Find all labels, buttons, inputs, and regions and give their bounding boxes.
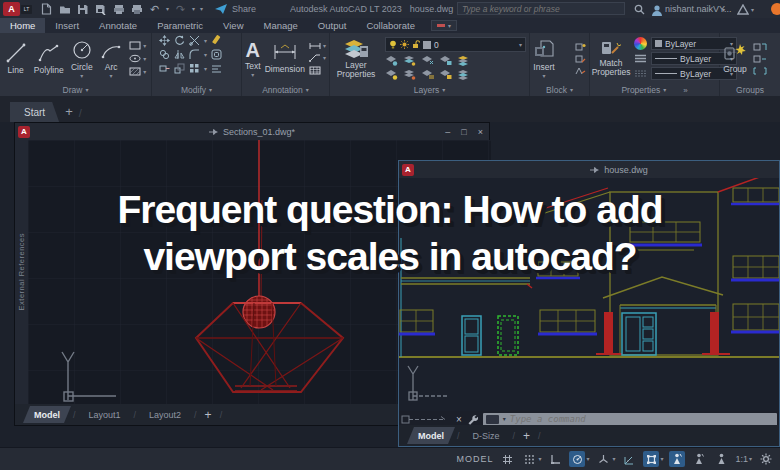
circle-dropdown-icon[interactable]: ▾ (80, 73, 83, 79)
hatch-tool[interactable]: ▾ (129, 67, 146, 76)
save-icon[interactable] (76, 3, 89, 16)
insert-tool[interactable]: Insert ▾ (533, 39, 555, 79)
stretch-tool[interactable] (159, 63, 170, 74)
tab-parametric[interactable]: Parametric (147, 18, 213, 33)
rotate-tool[interactable] (174, 35, 185, 46)
sections-window-titlebar[interactable]: A Sections_01.dwg* – □ × (15, 123, 489, 140)
print-icon[interactable] (130, 3, 143, 16)
customization-gear-icon[interactable] (758, 451, 774, 467)
file-tab-start[interactable]: Start (10, 102, 59, 122)
minimize-button[interactable]: – (445, 127, 450, 137)
quick-access-customize-icon[interactable]: ▾ (200, 6, 203, 12)
layer-unlock-tool[interactable] (439, 69, 452, 80)
annotation-panel-label[interactable]: Annotation▾ (242, 84, 329, 96)
isometric-drafting-toggle[interactable] (595, 451, 611, 467)
object-snap-tracking-toggle[interactable] (621, 451, 637, 467)
group-edit-tool[interactable] (753, 55, 767, 63)
rectangle-tool[interactable]: ▾ (129, 41, 146, 50)
fillet-caret-icon[interactable]: ▾ (204, 52, 207, 58)
ortho-mode-toggle[interactable] (547, 451, 563, 467)
house-window-titlebar[interactable]: A house.dwg (399, 161, 779, 178)
array-tool[interactable] (189, 63, 200, 74)
block-panel-label[interactable]: Block▾ (530, 84, 589, 96)
move-tool[interactable] (159, 35, 170, 46)
trim-caret-icon[interactable]: ▾ (204, 38, 207, 44)
ribbon-options-button[interactable]: ▾ (431, 20, 457, 31)
tab-manage[interactable]: Manage (254, 18, 308, 33)
dim-style-tool[interactable]: ▾ (309, 42, 326, 50)
layer-walk-tool[interactable] (457, 69, 470, 80)
layer-make-current-tool[interactable] (385, 69, 398, 80)
ungroup-tool[interactable] (753, 43, 767, 51)
array-caret-icon[interactable]: ▾ (204, 66, 207, 72)
layer-freeze-tool[interactable] (421, 55, 434, 66)
leader-tool[interactable]: ▾ (309, 54, 326, 62)
user-avatar-icon[interactable] (650, 3, 663, 16)
create-block-tool[interactable] (575, 43, 586, 51)
house-tab-model[interactable]: Model (407, 427, 455, 444)
undo-dropdown-icon[interactable]: ▾ (166, 6, 169, 12)
offset-tool[interactable] (211, 49, 222, 60)
scale-tool[interactable] (174, 63, 185, 74)
house-tab-dsize[interactable]: D-Size (462, 427, 511, 444)
search-box[interactable] (457, 2, 625, 15)
layer-lock-tool[interactable] (439, 55, 452, 66)
annotation-scale-value[interactable]: 1:1 (735, 454, 748, 464)
share-plane-icon[interactable] (214, 3, 227, 16)
polar-tracking-toggle[interactable] (569, 451, 585, 467)
line-tool[interactable]: Line (5, 42, 27, 75)
search-icon[interactable] (633, 3, 646, 16)
erase-tool[interactable] (211, 35, 222, 46)
tab-output[interactable]: Output (308, 18, 357, 33)
tab-collaborate[interactable]: Collaborate (356, 18, 425, 33)
autocad-logo-icon[interactable]: A (3, 2, 20, 16)
share-label[interactable]: Share (232, 4, 256, 14)
layer-prev-tool[interactable] (403, 69, 416, 80)
arc-tool[interactable]: Arc ▾ (100, 39, 122, 79)
house-new-layout-button[interactable]: + (517, 429, 536, 443)
sections-tab-model[interactable]: Model (23, 406, 71, 423)
groups-panel-label[interactable]: Groups (720, 84, 780, 96)
copy-tool[interactable] (159, 49, 170, 60)
redo-icon[interactable]: ↷ (174, 3, 187, 16)
object-snap-toggle[interactable] (643, 451, 659, 467)
layer-off-tool[interactable] (385, 55, 398, 66)
group-tool[interactable]: Group (723, 43, 747, 74)
fillet-tool[interactable] (189, 49, 200, 60)
polyline-tool[interactable]: Polyline (34, 42, 64, 75)
command-options-icon[interactable] (486, 415, 499, 424)
open-folder-icon[interactable] (58, 3, 71, 16)
circle-tool[interactable]: Circle ▾ (71, 39, 93, 79)
search-input[interactable] (462, 4, 620, 14)
maximize-button[interactable]: □ (461, 127, 466, 137)
undo-icon[interactable]: ↶ (148, 3, 161, 16)
iso-caret-icon[interactable]: ▾ (612, 456, 615, 462)
new-drawing-tab-button[interactable]: + (65, 104, 73, 122)
tab-annotate[interactable]: Annotate (89, 18, 147, 33)
sections-tab-layout1[interactable]: Layout1 (78, 406, 132, 423)
dimension-tool[interactable]: Dimension (265, 43, 305, 74)
lengthen-tool[interactable] (211, 63, 222, 74)
tab-home[interactable]: Home (0, 18, 45, 33)
polar-caret-icon[interactable]: ▾ (586, 456, 589, 462)
command-input[interactable] (510, 414, 774, 424)
mirror-tool[interactable] (174, 49, 185, 60)
trim-tool[interactable] (189, 35, 200, 46)
snap-mode-toggle[interactable] (521, 451, 537, 467)
layers-panel-label[interactable]: Layers▾ (330, 84, 529, 96)
redo-dropdown-icon[interactable]: ▾ (192, 6, 195, 12)
scale-caret-icon[interactable]: ▾ (749, 456, 752, 462)
snap-caret-icon[interactable]: ▾ (538, 456, 541, 462)
grid-display-toggle[interactable] (499, 451, 515, 467)
model-space-indicator[interactable]: MODEL (456, 454, 493, 464)
user-dropdown-icon[interactable]: ▾ (722, 7, 725, 13)
block-attrib-tool[interactable] (575, 67, 586, 75)
command-line-bar[interactable]: ▾ (483, 413, 777, 426)
table-tool[interactable] (309, 66, 326, 75)
match-properties-tool[interactable]: Match Properties (593, 40, 629, 78)
annotation-visibility-toggle[interactable] (669, 451, 685, 467)
annotation-autoscale-toggle[interactable] (691, 451, 707, 467)
layer-state-tool[interactable] (421, 69, 434, 80)
group-bracket-tool[interactable] (753, 67, 767, 75)
layer-match-tool[interactable] (457, 55, 470, 66)
